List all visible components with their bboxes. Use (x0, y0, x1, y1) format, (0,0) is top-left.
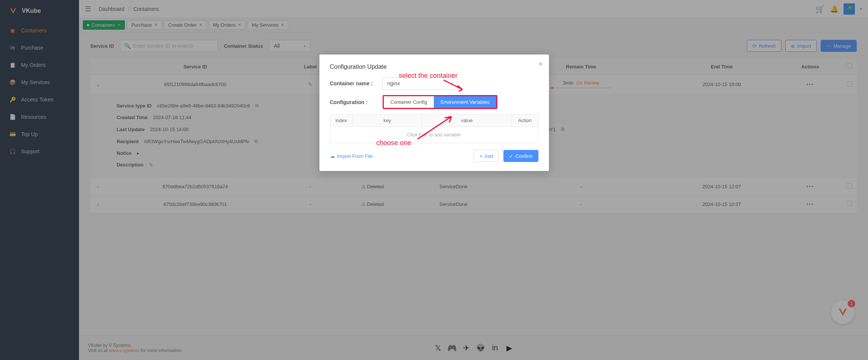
col-value: value (422, 115, 512, 127)
close-icon[interactable]: ✕ (538, 61, 543, 68)
tab-container-config[interactable]: Container Config (384, 96, 434, 108)
check-icon: ✓ (509, 153, 513, 159)
import-label: Import From File (337, 153, 373, 159)
modal-title: Configuration Update (330, 64, 538, 70)
modal-overlay[interactable] (0, 0, 868, 360)
tab-env-vars[interactable]: Environment Variables (434, 96, 496, 108)
add-button[interactable]: +Add (474, 150, 499, 162)
env-table: index key value Action (330, 114, 538, 127)
container-value: nginx (388, 80, 400, 86)
button-label: Add (485, 153, 493, 159)
container-select[interactable]: nginx▾ (383, 77, 458, 90)
container-name-label: Container name : (330, 80, 383, 86)
cloud-upload-icon: ☁ (330, 153, 335, 159)
confirm-button[interactable]: ✓Confirm (503, 150, 538, 162)
chevron-down-icon: ▾ (451, 82, 453, 86)
plus-icon: + (479, 153, 482, 159)
col-key: key (353, 115, 422, 127)
col-action: Action (512, 115, 538, 127)
env-empty[interactable]: Click Edit to add variable (330, 127, 538, 143)
config-modal: ✕ Configuration Update Container name : … (319, 54, 549, 171)
button-label: Confirm (515, 153, 533, 159)
col-index: index (330, 115, 353, 127)
config-label: Configuration : (330, 99, 383, 105)
config-tabs: Container Config Environment Variables (383, 95, 497, 109)
import-from-file[interactable]: ☁Import From File (330, 153, 373, 159)
